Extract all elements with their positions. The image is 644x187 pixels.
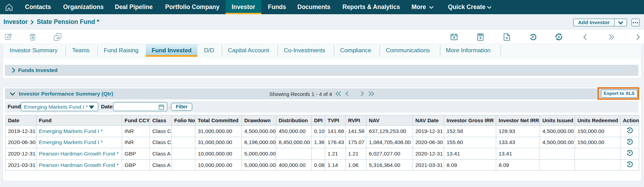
svg-text:$: $: [558, 35, 560, 39]
